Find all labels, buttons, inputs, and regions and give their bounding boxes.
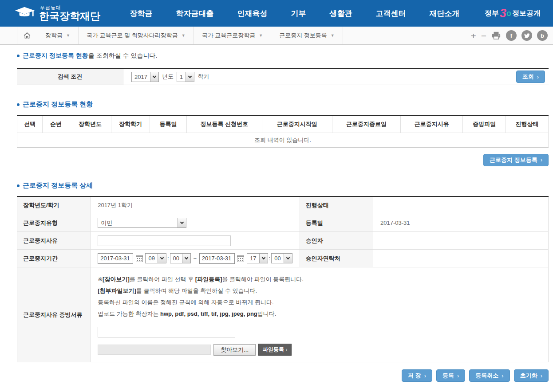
footer-button-row: 저 장 › 등록 › 등록취소 › 초기화 › [17, 369, 549, 382]
breadcrumb-item-work-stop-registration[interactable]: 근로중지 정보등록 ▼ [271, 27, 343, 44]
nav-item-scholarship[interactable]: 장학금 [130, 8, 152, 19]
status-section-title: 근로중지 정보등록 현황 [17, 100, 549, 109]
progress-status-value [373, 196, 548, 214]
chevron-down-icon [286, 256, 289, 259]
nav-item-loans[interactable]: 학자금대출 [176, 8, 213, 19]
registration-date-label: 등록일 [300, 214, 373, 232]
bullet-icon [17, 55, 20, 57]
browse-button[interactable]: 찾아보기... [213, 344, 256, 356]
arrow-right-icon: › [502, 373, 503, 379]
gov30-zero: o [506, 9, 511, 17]
stop-period-label: 근로중지기간 [17, 250, 91, 267]
file-path-field[interactable] [98, 345, 211, 355]
nav-item-donation[interactable]: 기부 [291, 8, 306, 19]
calendar-icon[interactable] [237, 255, 244, 262]
main-nav: 장학금 학자금대출 인재육성 기부 생활관 고객센터 재단소개 [118, 8, 471, 19]
file-upload-button[interactable]: 파일등록 › [258, 344, 292, 356]
search-condition-body: 2017 년도 1 학기 조회 › [123, 69, 549, 85]
register-button[interactable]: 등록 › [436, 369, 465, 382]
breadcrumb-item-work-study-program[interactable]: 국가 교육근로 및 희망사다리장학금 ▼ [79, 27, 194, 44]
status-section-title-text: 근로중지 정보등록 현황 [23, 100, 93, 108]
breadcrumb-item-national-work-study[interactable]: 국가 교육근로장학금 ▼ [194, 27, 272, 44]
arrow-right-icon: › [541, 373, 542, 379]
stop-type-select[interactable]: 이민 [98, 218, 186, 228]
detail-row-proof-file: 근로중지사유 증빙서류 ※[찾아보기]를 클릭하여 파일 선택 후 [파일등록]… [17, 267, 549, 362]
chevron-down-icon [160, 256, 164, 259]
search-condition-label: 검색 조건 [17, 69, 123, 85]
select-dropdown-button [259, 254, 268, 263]
nav-item-talent[interactable]: 인재육성 [237, 8, 267, 19]
start-hour-select[interactable]: 09 [145, 253, 166, 263]
year-select[interactable]: 2017 [131, 72, 159, 82]
proof-file-cell: ※[찾아보기]를 클릭하여 파일 선택 후 [파일등록]을 클릭해야 파일이 등… [91, 267, 549, 362]
calendar-icon[interactable] [136, 255, 143, 262]
twitter-icon[interactable] [521, 30, 532, 41]
empty-message: 조회 내역이 없습니다. [17, 133, 549, 147]
select-dropdown-button [158, 254, 166, 263]
arrow-right-icon: › [537, 74, 539, 80]
upload-button-label: 파일등록 [263, 346, 284, 353]
column-stop-start-date: 근로중지시작일 [262, 115, 332, 133]
chevron-down-icon: ▼ [331, 33, 335, 38]
end-hour-select[interactable]: 17 [247, 253, 268, 263]
twitter-bird-icon [524, 33, 530, 39]
zoom-out-icon[interactable]: − [481, 31, 486, 40]
kosaf-logo[interactable]: 푸른등대 한국장학재단 [15, 5, 100, 21]
blog-icon[interactable]: b [537, 30, 548, 41]
column-scholarship-year: 장학년도 [69, 115, 111, 133]
cancel-registration-button[interactable]: 등록취소 › [469, 369, 510, 382]
main-content: 근로중지 정보등록 현황을 조회하실 수 있습니다. 검색 조건 2017 년도… [0, 45, 553, 382]
start-minute-select[interactable]: 00 [170, 253, 191, 263]
period-start-date-input[interactable] [98, 253, 133, 264]
column-proof-file: 증빙파일 [463, 115, 506, 133]
select-dropdown-button [178, 218, 186, 227]
print-icon[interactable] [491, 31, 501, 40]
chevron-down-icon [180, 220, 184, 224]
arrow-right-icon: › [541, 157, 542, 163]
stop-reason-input[interactable] [98, 235, 231, 246]
save-button[interactable]: 저 장 › [402, 369, 432, 382]
save-button-label: 저 장 [408, 372, 421, 380]
detail-section-title: 근로중지 정보등록 상세 [17, 181, 549, 190]
intro-rest: 을 조회하실 수 있습니다. [88, 52, 158, 59]
column-stop-end-date: 근로중지종료일 [332, 115, 400, 133]
end-hour-value: 17 [247, 255, 259, 262]
nav-item-about[interactable]: 재단소개 [429, 8, 459, 19]
zoom-in-icon[interactable]: + [470, 31, 476, 40]
progress-status-label: 진행상태 [300, 196, 373, 214]
semester-suffix-label: 학기 [198, 73, 209, 81]
register-button-row: 근로중지 정보등록 › [17, 154, 549, 166]
nav-item-dormitory[interactable]: 생활관 [329, 8, 352, 19]
approver-label: 승인자 [300, 232, 373, 250]
search-button[interactable]: 조회 › [516, 71, 545, 83]
register-button-label: 근로중지 정보등록 [490, 156, 537, 164]
facebook-icon[interactable]: f [506, 30, 517, 41]
chevron-down-icon [261, 256, 265, 259]
chevron-down-icon: ▼ [182, 33, 186, 38]
status-table: 선택 순번 장학년도 장학학기 등록일 정보등록 신청번호 근로중지시작일 근로… [17, 115, 549, 148]
status-table-header-row: 선택 순번 장학년도 장학학기 등록일 정보등록 신청번호 근로중지시작일 근로… [17, 115, 549, 133]
arrow-right-icon: › [286, 347, 287, 352]
detail-table: 장학년도/학기 2017년 1학기 진행상태 근로중지유형 이민 등록일 201… [17, 196, 549, 363]
year-suffix-label: 년도 [162, 73, 174, 81]
gov30-disclosure-link[interactable]: 정부 3 o 정보공개 [485, 8, 541, 20]
chevron-down-icon [188, 74, 192, 78]
reset-button[interactable]: 초기화 › [514, 369, 549, 382]
period-end-date-input[interactable] [199, 253, 235, 264]
stop-type-select-value: 이민 [98, 219, 115, 227]
year-select-value: 2017 [132, 74, 150, 80]
home-button[interactable] [17, 27, 37, 44]
breadcrumb-item-scholarship[interactable]: 장학금 ▼ [37, 27, 79, 44]
semester-select[interactable]: 1 [177, 72, 194, 82]
detail-row-reason: 근로중지사유 승인자 [17, 232, 549, 250]
stop-reason-label: 근로중지사유 [17, 232, 91, 250]
approver-contact-label: 승인자연락처 [300, 250, 373, 267]
work-stop-register-button[interactable]: 근로중지 정보등록 › [483, 154, 549, 166]
nav-item-customer-center[interactable]: 고객센터 [375, 8, 406, 19]
file-description-input[interactable] [98, 327, 235, 337]
column-scholarship-semester: 장학학기 [111, 115, 150, 133]
start-hour-value: 09 [146, 255, 157, 262]
reset-button-label: 초기화 [520, 372, 537, 380]
approver-contact-value [373, 250, 548, 267]
end-minute-select[interactable]: 00 [271, 253, 292, 263]
